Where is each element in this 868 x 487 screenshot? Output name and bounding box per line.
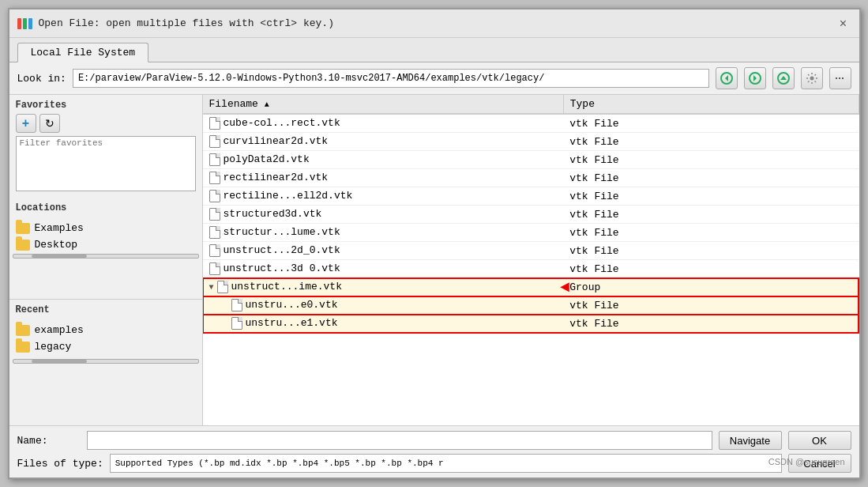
titlebar-left: Open File: open multiple files with <ctr… xyxy=(17,17,334,29)
name-row: Name: Navigate OK xyxy=(17,431,851,450)
recent-section: Recent examples legacy xyxy=(9,299,202,364)
folder-icon xyxy=(16,325,30,336)
file-type: vtk File xyxy=(563,206,859,224)
col-type[interactable]: Type xyxy=(563,95,859,114)
file-type: vtk File xyxy=(563,242,859,260)
type-row: Files of type: Cancel xyxy=(17,454,851,473)
file-list-table: Filename Type cube-col...rect.vtkvtk Fil… xyxy=(203,95,859,333)
file-icon xyxy=(209,244,220,257)
table-row[interactable]: unstru...e0.vtkvtk File xyxy=(203,296,859,315)
name-input[interactable] xyxy=(87,431,712,450)
table-row[interactable]: structur...lume.vtkvtk File xyxy=(203,224,859,242)
file-name: unstruct...ime.vtk xyxy=(231,281,342,293)
file-type: vtk File xyxy=(563,169,859,187)
path-input[interactable] xyxy=(73,69,709,88)
table-row[interactable]: rectiline...ell2d.vtkvtk File xyxy=(203,187,859,206)
menu-button[interactable]: ⋯ xyxy=(829,67,851,89)
file-panel: Filename Type cube-col...rect.vtkvtk Fil… xyxy=(203,95,859,425)
file-icon xyxy=(231,299,242,311)
file-icon xyxy=(209,208,220,221)
nav-up-button[interactable] xyxy=(772,67,795,89)
svg-marker-3 xyxy=(753,75,757,81)
settings-button[interactable] xyxy=(801,67,823,89)
table-row[interactable]: structured3d.vtkvtk File xyxy=(203,206,859,224)
name-label: Name: xyxy=(17,435,81,447)
table-row[interactable]: unstru...e1.vtkvtk File xyxy=(203,315,859,333)
table-row[interactable]: ▼ unstruct...ime.vtk◄Group xyxy=(203,278,859,296)
file-name: unstruct...2d_0.vtk xyxy=(224,244,340,256)
bottom-bar: Name: Navigate OK Files of type: Cancel xyxy=(9,425,859,478)
file-icon xyxy=(209,153,220,166)
file-icon xyxy=(209,262,220,275)
look-in-label: Look in: xyxy=(17,73,66,85)
table-row[interactable]: unstruct...2d_0.vtkvtk File xyxy=(203,242,859,260)
table-row[interactable]: rectilinear2d.vtkvtk File xyxy=(203,169,859,187)
location-item-examples[interactable]: Examples xyxy=(9,220,202,236)
ok-button[interactable]: OK xyxy=(788,431,851,450)
col-filename[interactable]: Filename xyxy=(203,95,564,114)
table-row[interactable]: unstruct...3d 0.vtkvtk File xyxy=(203,260,859,278)
folder-icon xyxy=(16,223,30,234)
recent-item-legacy[interactable]: legacy xyxy=(9,338,202,355)
tab-local-file-system[interactable]: Local File System xyxy=(17,43,149,62)
app-icon xyxy=(17,18,32,29)
svg-marker-1 xyxy=(725,75,728,81)
file-icon xyxy=(217,281,228,293)
file-icon xyxy=(209,172,220,184)
file-table: Filename Type cube-col...rect.vtkvtk Fil… xyxy=(203,95,859,425)
filter-favorites-input[interactable] xyxy=(16,136,196,191)
location-label: Desktop xyxy=(35,239,78,251)
tab-bar: Local File System xyxy=(9,38,859,62)
file-type: vtk File xyxy=(563,224,859,242)
nav-forward-button[interactable] xyxy=(744,67,766,89)
svg-point-6 xyxy=(810,77,814,81)
nav-back-button[interactable] xyxy=(716,67,738,89)
file-icon xyxy=(209,226,220,239)
folder-icon xyxy=(16,342,30,353)
expand-arrow-icon: ▼ xyxy=(209,283,214,292)
add-favorite-button[interactable]: + xyxy=(16,114,36,133)
svg-marker-5 xyxy=(780,76,787,80)
close-button[interactable]: × xyxy=(836,16,851,32)
file-icon xyxy=(209,135,220,148)
location-label: Examples xyxy=(35,222,84,234)
window-title: Open File: open multiple files with <ctr… xyxy=(39,17,334,29)
recent-item-examples[interactable]: examples xyxy=(9,322,202,338)
type-input[interactable] xyxy=(110,454,782,473)
recent-section-header: Recent xyxy=(9,300,202,322)
file-type: vtk File xyxy=(563,315,859,333)
file-name: cube-col...rect.vtk xyxy=(224,117,340,129)
sidebar: Favorites + ↻ Locations Examples Desktop xyxy=(9,95,203,425)
file-name: structur...lume.vtk xyxy=(224,226,340,238)
file-name: unstru...e1.vtk xyxy=(246,317,338,329)
recent-label: examples xyxy=(35,324,84,336)
file-name: curvilinear2d.vtk xyxy=(224,135,329,147)
file-type: vtk File xyxy=(563,260,859,278)
file-type: Group xyxy=(563,278,859,296)
type-label: Files of type: xyxy=(17,458,103,470)
group-arrow-annotation: ◄ xyxy=(560,278,569,296)
file-icon xyxy=(209,190,220,202)
file-name: unstru...e0.vtk xyxy=(246,299,338,311)
file-type: vtk File xyxy=(563,187,859,206)
main-window: Open File: open multiple files with <ctr… xyxy=(8,8,861,479)
table-row[interactable]: cube-col...rect.vtkvtk File xyxy=(203,114,859,133)
recent-title: Recent xyxy=(16,304,196,315)
watermark: CSDN @susugreen xyxy=(768,457,845,466)
refresh-favorites-button[interactable]: ↻ xyxy=(39,114,60,133)
navigate-button[interactable]: Navigate xyxy=(719,431,782,450)
file-type: vtk File xyxy=(563,114,859,133)
file-type: vtk File xyxy=(563,296,859,315)
recent-label: legacy xyxy=(35,341,72,353)
location-item-desktop[interactable]: Desktop xyxy=(9,236,202,253)
file-name: polyData2d.vtk xyxy=(224,153,310,165)
table-row[interactable]: polyData2d.vtkvtk File xyxy=(203,151,859,169)
col-filename-label: Filename xyxy=(209,98,258,110)
file-name: structured3d.vtk xyxy=(224,208,322,220)
file-name: rectiline...ell2d.vtk xyxy=(224,190,353,202)
table-row[interactable]: curvilinear2d.vtkvtk File xyxy=(203,133,859,151)
file-name: rectilinear2d.vtk xyxy=(224,172,329,183)
favorites-title: Favorites xyxy=(16,100,196,111)
col-type-label: Type xyxy=(570,98,595,110)
toolbar: Look in: ⋯ xyxy=(9,62,859,95)
